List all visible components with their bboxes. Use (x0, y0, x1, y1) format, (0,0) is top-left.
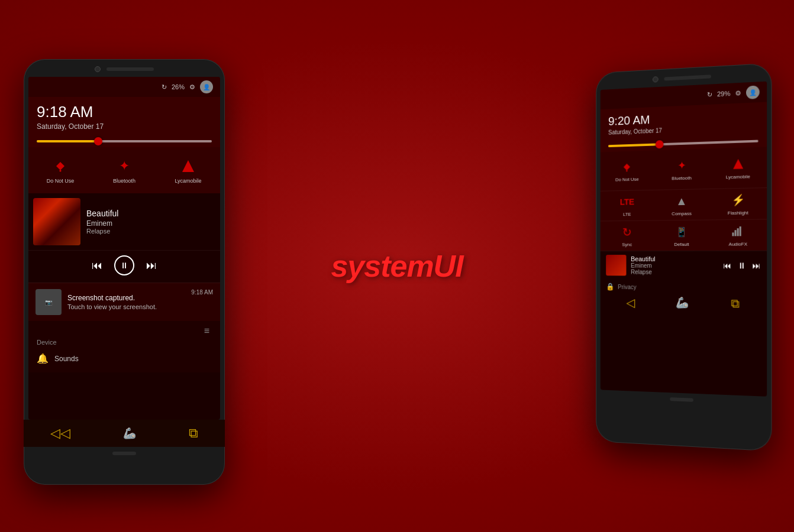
toggle-wifi-right[interactable]: Do Not Use (601, 155, 654, 186)
phone-left: ↻ 26% ⚙ 👤 9:18 AM Saturday, October 17 (24, 59, 225, 485)
settings-section-left: ≡ Device 🔔 Sounds (28, 321, 220, 372)
prev-btn-left[interactable]: ⏮ (92, 259, 102, 272)
privacy-back-icon[interactable]: ◁ (626, 296, 634, 310)
svg-rect-5 (739, 226, 741, 236)
slider-white-left (98, 140, 212, 142)
mini-info-right: Beautiful Eminem Relapse (631, 255, 718, 275)
camera-right (653, 76, 659, 82)
svg-marker-0 (182, 160, 194, 172)
mini-pause-right[interactable]: ⏸ (738, 261, 746, 270)
svg-rect-4 (737, 228, 738, 236)
notif-panel-left: 9:18 AM Saturday, October 17 (28, 97, 220, 372)
slider-track-left (37, 140, 212, 142)
app-brand-label: systemUI (331, 248, 463, 284)
quick-toggles-r2: LTE LTE ▲ Compass ⚡ Flashlight (601, 187, 767, 220)
mini-media-right: Beautiful Eminem Relapse ⏮ ⏸ ⏭ (601, 251, 767, 280)
time-left: 9:18 AM (37, 103, 212, 121)
slider-track-right (608, 140, 759, 148)
apps-icon-left[interactable]: ⧉ (189, 426, 198, 441)
slider-thumb-right[interactable] (655, 140, 663, 148)
settings-icon-right: ⚙ (735, 89, 741, 98)
mini-prev-right[interactable]: ⏮ (723, 261, 731, 270)
notif-panel-right: 9:20 AM Saturday, October 17 (601, 102, 767, 318)
home-icon-left[interactable]: 🦾 (123, 427, 136, 440)
settings-icon-left: ⚙ (189, 83, 195, 91)
svg-marker-1 (733, 159, 743, 169)
toggle-flash-right[interactable]: ⚡ Flashlight (709, 188, 767, 219)
notif-body-left: Touch to view your screenshot. (67, 303, 185, 310)
slider-yellow-right (608, 143, 659, 147)
bluetooth-icon-left: ✦ (115, 157, 134, 176)
pause-btn-left[interactable]: ⏸ (114, 255, 134, 275)
toggle-audio-right[interactable]: AudioFX (709, 219, 767, 250)
quick-toggles-left: Do Not Use ✦ Bluetooth (28, 147, 220, 193)
toggle-sync-right[interactable]: ↻ Sync (601, 221, 654, 251)
sync-icon: ↻ (162, 83, 167, 91)
sounds-label-left: Sounds (54, 355, 79, 363)
toggle-audio-label-right: AudioFX (729, 241, 747, 246)
screenshot-notif-left[interactable]: 📷 Screenshot captured. Touch to view you… (28, 283, 220, 321)
signal-icon-right (730, 156, 746, 172)
toggle-signal-right[interactable]: Lycamobile (709, 152, 767, 184)
mini-next-right[interactable]: ⏭ (752, 261, 760, 270)
sync-icon-right: ↻ (707, 90, 712, 99)
battery-right: 29% (717, 90, 730, 98)
toggle-compass-right[interactable]: ▲ Compass (654, 189, 710, 220)
toggle-wifi-left[interactable]: Do Not Use (28, 152, 92, 189)
toggle-lte-right[interactable]: LTE LTE (601, 190, 654, 221)
album-art-left (33, 198, 80, 245)
battery-left: 26% (172, 83, 185, 90)
toggle-bt-label-right: Bluetooth (672, 176, 691, 181)
phone-top-bar-left (24, 59, 225, 77)
settings-sounds-left[interactable]: 🔔 Sounds (37, 349, 212, 368)
toggle-signal-label-left: Lycamobile (175, 178, 201, 184)
mini-controls-right: ⏮ ⏸ ⏭ (723, 261, 761, 270)
album-mosaic-left (33, 198, 80, 245)
media-controls-left: ⏮ ⏸ ⏭ (28, 250, 220, 283)
bottom-nav-left: ◁◁ 🦾 ⧉ (24, 420, 225, 447)
quick-toggles-r1: Do Not Use ✦ Bluetooth Lycamobile (601, 147, 767, 190)
default-icon-right: 📱 (674, 224, 689, 239)
privacy-ironman-icon[interactable]: 🦾 (676, 296, 689, 310)
toggle-signal-left[interactable]: Lycamobile (156, 152, 220, 189)
svg-rect-2 (732, 232, 734, 236)
slider-thumb-left[interactable] (94, 137, 102, 145)
toggle-compass-label-right: Compass (672, 211, 691, 216)
avatar-left: 👤 (200, 80, 213, 93)
back-icon-left[interactable]: ◁◁ (50, 426, 70, 441)
brightness-slider-left[interactable] (28, 135, 220, 147)
mini-album-name-right: Relapse (631, 269, 718, 276)
toggle-lte-label-right: LTE (623, 212, 631, 217)
signal-icon-left (179, 157, 198, 176)
audio-icon-right (730, 223, 746, 239)
slider-yellow-left (37, 140, 98, 142)
toggle-wifi-label-right: Do Not Use (615, 177, 639, 183)
flash-icon-right: ⚡ (730, 192, 746, 208)
svg-rect-3 (734, 230, 736, 236)
time-section-right: 9:20 AM Saturday, October 17 (601, 102, 767, 141)
phone-bottom-bar-left (24, 447, 225, 462)
home-btn-indicator-right (670, 397, 693, 402)
bt-icon-right: ✦ (674, 158, 689, 174)
slider-white-right (659, 140, 758, 146)
toggle-bt-right[interactable]: ✦ Bluetooth (654, 154, 710, 185)
wifi-icon-left (51, 157, 70, 176)
toggle-default-right[interactable]: 📱 Default (654, 220, 710, 251)
privacy-copy-icon[interactable]: ⧉ (731, 297, 739, 312)
main-container: ↻ 26% ⚙ 👤 9:18 AM Saturday, October 17 (0, 0, 794, 532)
lte-icon-right: LTE (619, 194, 634, 210)
toggle-flash-label-right: Flashlight (728, 210, 748, 216)
time-section-left: 9:18 AM Saturday, October 17 (28, 97, 220, 135)
toggle-wifi-label-left: Do Not Use (47, 178, 75, 184)
screen-right: ↻ 29% ⚙ 👤 9:20 AM Saturday, October 17 (601, 82, 767, 397)
mini-title-right: Beautiful (631, 255, 718, 262)
toggle-bluetooth-left[interactable]: ✦ Bluetooth (92, 152, 156, 189)
camera-left (95, 66, 101, 72)
notif-title-left: Screenshot captured. (67, 294, 185, 302)
expand-icon-left: ≡ (204, 326, 209, 336)
date-left: Saturday, October 17 (37, 122, 212, 131)
media-artist-left: Eminem (86, 219, 215, 228)
privacy-label-right: 🔒 Privacy (606, 283, 761, 292)
next-btn-left[interactable]: ⏭ (146, 259, 157, 272)
quick-toggles-r3: ↻ Sync 📱 Default (601, 219, 767, 251)
